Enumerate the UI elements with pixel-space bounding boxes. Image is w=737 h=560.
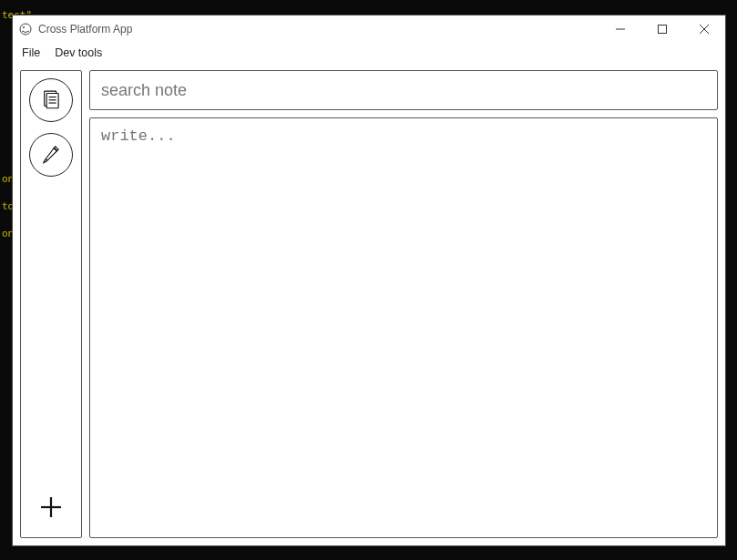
menu-dev-tools[interactable]: Dev tools: [49, 45, 107, 61]
plus-icon: [37, 494, 65, 524]
app-window: Cross Platform App File Dev tools: [12, 15, 726, 546]
minimize-button[interactable]: [599, 15, 641, 43]
window-title: Cross Platform App: [38, 23, 132, 36]
content-area: [13, 63, 725, 545]
notes-icon: [39, 87, 63, 114]
main-panel: [89, 70, 718, 538]
window-controls: [599, 15, 725, 43]
svg-rect-3: [659, 25, 667, 34]
app-icon: [18, 22, 33, 36]
svg-rect-7: [46, 93, 58, 107]
svg-point-1: [23, 26, 25, 28]
note-textarea[interactable]: [89, 117, 718, 538]
svg-line-12: [46, 158, 47, 160]
sidebar: [20, 70, 82, 538]
search-input[interactable]: [89, 70, 718, 110]
edit-button[interactable]: [29, 133, 73, 177]
notes-button[interactable]: [29, 78, 73, 122]
add-button[interactable]: [33, 490, 69, 526]
maximize-button[interactable]: [641, 15, 683, 43]
menubar: File Dev tools: [13, 43, 725, 63]
titlebar: Cross Platform App: [13, 15, 725, 43]
close-button[interactable]: [683, 15, 725, 43]
menu-file[interactable]: File: [16, 45, 46, 61]
pencil-icon: [39, 142, 63, 168]
svg-point-0: [20, 24, 31, 35]
